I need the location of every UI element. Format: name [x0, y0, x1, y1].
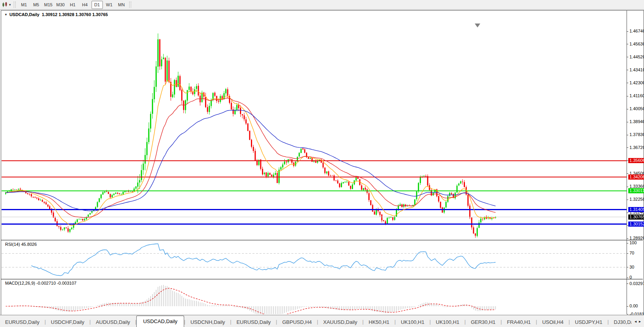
chart-tab-audusd-daily[interactable]: AUDUSD,Daily [91, 317, 135, 327]
chart-tab-usoil-h4[interactable]: USOil,H4 [537, 317, 569, 327]
price-level-tag: 1.30765 [628, 214, 644, 220]
chart-tab-xauusd-daily[interactable]: XAUUSD,Daily [318, 317, 362, 327]
axis-tick [627, 57, 628, 57]
axis-tick [627, 253, 628, 254]
axis-tick [627, 83, 628, 83]
macd-values: -0.002710 -0.003107 [36, 281, 76, 285]
price-axis-tick-label: 1.36720 [629, 145, 644, 150]
chart-tab-bar: EURUSD,Daily|USDCHF,Daily|AUDUSD,Daily|U… [0, 315, 644, 327]
price-axis-tick-label: 1.28920 [629, 236, 644, 240]
rsi-axis-tick-label: 100 [629, 240, 637, 245]
price-axis-tick-label: 1.38940 [629, 119, 644, 124]
price-level-tag: 1.30152 [628, 222, 644, 227]
chart-tab-ger30-h1[interactable]: GER30,H1 [466, 317, 501, 327]
mt4-window: ▾ M1M5M15M30H1H4D1W1MN ▼USDCAD,Daily 1.3… [0, 0, 644, 327]
chart-canvas[interactable] [1, 11, 643, 314]
axis-tick [627, 267, 628, 267]
axis-tick [627, 278, 628, 278]
chart-type-icon[interactable]: ▾ [1, 1, 12, 9]
price-level-tag: 1.35606 [628, 158, 644, 163]
axis-tick [627, 283, 628, 284]
axis-tick [627, 243, 628, 243]
axis-tick [627, 122, 628, 122]
axis-tick [627, 147, 628, 148]
timeframe-button-m15[interactable]: M15 [43, 1, 54, 9]
axis-tick [627, 200, 628, 200]
chart-window: ▼USDCAD,Daily 1.30912 1.30928 1.30760 1.… [1, 10, 644, 315]
chart-tab-uk100-h1[interactable]: UK100,H1 [431, 317, 465, 327]
macd-indicator-label: MACD(12,26,9) -0.002710 -0.003107 [5, 281, 77, 285]
price-axis-tick-label: 1.41160 [629, 93, 644, 98]
chart-tab-fra40-h1[interactable]: FRA40,H1 [502, 317, 536, 327]
price-axis-tick-label: 1.40050 [629, 106, 644, 111]
axis-tick [627, 213, 628, 213]
timeframe-button-mn[interactable]: MN [116, 1, 127, 9]
price-axis-tick-label: 1.42300 [629, 80, 644, 85]
price-axis-tick-label: 1.44520 [629, 54, 644, 59]
candlestick-icon [2, 2, 8, 7]
macd-axis-tick-label: 0.00 [629, 303, 638, 308]
axis-tick [627, 31, 628, 32]
chart-tab-dj30-daily[interactable]: DJ30,Daily [609, 317, 631, 327]
timeframe-buttons: M1M5M15M30H1H4D1W1MN [18, 1, 128, 9]
toolbar-grip [129, 2, 131, 8]
timeframe-button-w1[interactable]: W1 [104, 1, 115, 9]
macd-axis-tick-label: 0.032972 [629, 281, 644, 286]
ohlc-quotes: 1.30912 1.30928 1.30760 1.30765 [42, 12, 108, 17]
chart-tabs: EURUSD,Daily|USDCHF,Daily|AUDUSD,Daily|U… [0, 315, 631, 327]
timeframe-button-d1[interactable]: D1 [91, 1, 103, 9]
toolbar: ▾ M1M5M15M30H1H4D1W1MN [0, 0, 644, 10]
chart-tab-gbpusd-h4[interactable]: GBPUSD,H4 [277, 317, 317, 327]
chart-tab-usdjpy-h1[interactable]: USDJPY,H1 [570, 317, 607, 327]
timeframe-button-h4[interactable]: H4 [79, 1, 91, 9]
axis-tick [627, 70, 628, 70]
rsi-value: 45.8026 [21, 242, 37, 247]
price-axis-tick-label: 1.45630 [629, 42, 644, 46]
chart-tab-usdchf-daily[interactable]: USDCHF,Daily [46, 317, 90, 327]
chart-title: ▼USDCAD,Daily 1.30912 1.30928 1.30760 1.… [4, 12, 108, 17]
timeframe-button-m1[interactable]: M1 [18, 1, 30, 9]
axis-tick [627, 306, 628, 307]
chart-tab-hk50-h1[interactable]: HK50,H1 [364, 317, 395, 327]
tab-scroll-arrows: ◂ ▸ [631, 315, 644, 327]
chart-tab-eurusd-daily[interactable]: EURUSD,Daily [0, 317, 44, 327]
price-axis-tick-label: 1.32250 [629, 197, 644, 202]
rsi-indicator-label: RSI(14) 45.8026 [5, 242, 37, 247]
axis-tick [627, 96, 628, 96]
collapse-icon[interactable]: ▼ [4, 13, 7, 16]
axis-tick [627, 238, 628, 239]
timeframe-button-h1[interactable]: H1 [67, 1, 79, 9]
axis-tick [627, 44, 628, 44]
timeframe-button-m5[interactable]: M5 [31, 1, 42, 9]
rsi-axis-tick-label: 0 [629, 275, 632, 280]
chart-tab-uk100-h1[interactable]: UK100,H1 [396, 317, 430, 327]
chevron-down-icon: ▾ [9, 3, 11, 7]
toolbar-grip [14, 2, 16, 8]
price-level-tag: 1.33011 [628, 188, 644, 193]
tab-scroll-right-icon[interactable]: ▸ [639, 319, 641, 323]
rsi-axis-tick-label: 30 [629, 265, 634, 269]
chart-tab-usdcad-daily[interactable]: USDCAD,Daily [136, 316, 184, 327]
axis-tick [627, 135, 628, 135]
price-axis-tick-label: 1.46740 [629, 29, 644, 33]
rsi-axis-tick-label: 70 [629, 251, 634, 255]
price-axis-tick-label: 1.43410 [629, 67, 644, 72]
symbol-period-label: USDCAD,Daily [9, 12, 39, 17]
price-level-tag: 1.34206 [628, 174, 644, 180]
chart-tab-usdcnh-daily[interactable]: USDCNH,Daily [185, 317, 230, 327]
price-axis-tick-label: 1.37830 [629, 132, 644, 137]
price-level-tag: 1.31405 [628, 207, 644, 212]
axis-tick [627, 109, 628, 109]
timeframe-button-m30[interactable]: M30 [55, 1, 66, 9]
tab-scroll-left-icon[interactable]: ◂ [635, 319, 637, 323]
axis-tick [627, 173, 628, 174]
chart-tab-eurusd-daily[interactable]: EURUSD,Daily [231, 317, 276, 327]
axis-tick [627, 187, 628, 187]
